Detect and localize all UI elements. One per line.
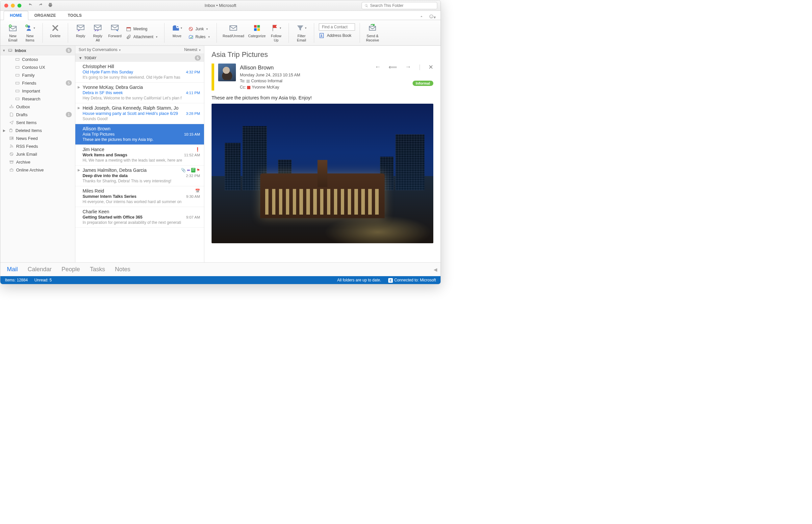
- categorize-button[interactable]: Categorize: [247, 21, 267, 44]
- folder-research[interactable]: Research: [0, 95, 75, 103]
- message-subject: Work Items and Swags: [83, 153, 127, 157]
- new-items-label: New Items: [26, 34, 35, 42]
- collapse-ribbon-icon[interactable]: [419, 14, 424, 20]
- svg-rect-11: [127, 27, 131, 28]
- rules-button[interactable]: Rules▾: [186, 33, 212, 40]
- folder-drafts[interactable]: Drafts1: [0, 111, 75, 118]
- attachment-button[interactable]: Attachment▾: [124, 33, 159, 40]
- sort-by-dropdown[interactable]: Sort by Conversations ▾: [79, 47, 121, 52]
- sender-avatar: [218, 64, 236, 81]
- message-indicators: 📅: [195, 189, 200, 193]
- message-item[interactable]: Charlie KeenGetting Started with Office …: [75, 207, 204, 228]
- svg-rect-26: [16, 90, 19, 92]
- trash-icon: [8, 128, 14, 133]
- zoom-window[interactable]: [17, 4, 21, 7]
- day-separator[interactable]: ▼ TODAY 5: [75, 54, 204, 62]
- new-items-button[interactable]: ▾ New Items: [22, 21, 38, 44]
- meeting-button[interactable]: Meeting: [124, 25, 159, 33]
- message-time: 4:32 PM: [186, 70, 200, 74]
- folder-label: Outbox: [16, 104, 30, 109]
- reply-all-nav-icon[interactable]: ⟸: [389, 64, 397, 71]
- nav-tasks[interactable]: Tasks: [90, 266, 105, 273]
- category-bar: [212, 64, 214, 91]
- message-preview: Sounds Good!: [83, 116, 200, 121]
- undo-icon[interactable]: [28, 2, 33, 9]
- nav-people[interactable]: People: [62, 266, 80, 273]
- tab-organize[interactable]: ORGANIZE: [28, 11, 62, 20]
- reply-button[interactable]: Reply: [73, 21, 88, 44]
- nav-notes[interactable]: Notes: [115, 266, 130, 273]
- folder-friends[interactable]: Friends5: [0, 79, 75, 87]
- collapse-nav-icon[interactable]: ◀: [434, 267, 437, 272]
- message-item[interactable]: ▶Heidi Joseph, Gina Kennedy, Ralph Stamm…: [75, 103, 204, 124]
- emoji-icon[interactable]: ▾: [429, 14, 436, 20]
- junk-button[interactable]: Junk▾: [186, 25, 212, 33]
- chevron-right-icon: ▶: [3, 129, 6, 132]
- folder-archive[interactable]: Archive: [0, 158, 75, 166]
- folder-important[interactable]: Important: [0, 87, 75, 95]
- close-message-icon[interactable]: ✕: [428, 64, 433, 71]
- tab-home[interactable]: HOME: [4, 11, 28, 20]
- chevron-down-icon: ▼: [2, 49, 5, 52]
- message-item[interactable]: Allison BrownAsia Trip Pictures10:15 AMT…: [75, 124, 204, 145]
- paperclip-icon: [126, 34, 131, 39]
- cc-value: Yvonne McKay: [252, 85, 279, 89]
- message-item[interactable]: Christopher HillOld Hyde Farm this Sunda…: [75, 62, 204, 83]
- svg-point-0: [430, 15, 433, 18]
- tab-tools[interactable]: TOOLS: [62, 11, 88, 20]
- close-window[interactable]: [4, 4, 8, 7]
- message-item[interactable]: Miles Reid📅Summer Intern Talks Series9:3…: [75, 186, 204, 207]
- read-unread-button[interactable]: Read/Unread: [221, 21, 246, 44]
- folder-outbox[interactable]: Outbox: [0, 103, 75, 111]
- send-receive-button[interactable]: Send & Receive: [365, 21, 380, 44]
- find-contact-input[interactable]: [319, 23, 355, 31]
- message-body-text: These are the pictures from my Asia trip…: [212, 95, 433, 100]
- message-image: [212, 104, 433, 243]
- forward-button[interactable]: Forward: [107, 21, 123, 44]
- svg-point-2: [432, 16, 432, 16]
- junk-label: Junk: [196, 27, 204, 31]
- follow-up-button[interactable]: ▾ Follow Up: [268, 21, 284, 44]
- message-item[interactable]: ▶James Halmilton, Debra Garcia📎⬅IT⚑Deep …: [75, 166, 204, 186]
- redo-icon[interactable]: [38, 2, 43, 9]
- folder-contoso-ux[interactable]: Contoso UX: [0, 63, 75, 71]
- reply-all-button[interactable]: Reply All: [90, 21, 106, 44]
- status-items: Items: 12884: [5, 278, 28, 282]
- folder-news[interactable]: News Feed: [0, 134, 75, 142]
- status-sync: All folders are up to date.: [337, 278, 381, 282]
- folder-rss[interactable]: RSS Feeds: [0, 142, 75, 150]
- main-content: ▼ Inbox 5 Contoso Contoso UX Family Frie…: [0, 46, 441, 262]
- print-icon[interactable]: [48, 2, 53, 9]
- minimize-window[interactable]: [11, 4, 15, 7]
- svg-rect-33: [10, 169, 13, 171]
- order-dropdown[interactable]: Newest ▾: [184, 47, 201, 52]
- message-sender: James Halmilton, Debra Garcia: [83, 167, 147, 173]
- rules-icon: [188, 34, 193, 39]
- nav-mail[interactable]: Mail: [7, 266, 18, 273]
- next-message-icon[interactable]: →: [405, 64, 411, 70]
- folder-deleted[interactable]: ▶Deleted Items: [0, 126, 75, 134]
- new-email-button[interactable]: New Email: [5, 21, 21, 44]
- send-receive-label: Send & Receive: [366, 34, 379, 42]
- move-button[interactable]: ▾ Move: [169, 21, 185, 44]
- delete-button[interactable]: Delete: [47, 21, 63, 44]
- search-input[interactable]: [370, 3, 434, 8]
- nav-calendar[interactable]: Calendar: [28, 266, 52, 273]
- search-folder[interactable]: [361, 2, 437, 9]
- folder-contoso[interactable]: Contoso: [0, 55, 75, 63]
- folder-online-archive[interactable]: Online Archive: [0, 166, 75, 174]
- folder-sent[interactable]: Sent Items: [0, 118, 75, 126]
- folder-family[interactable]: Family: [0, 71, 75, 79]
- message-item[interactable]: Jim Hance❗Work Items and Swags11:52 AMHi…: [75, 145, 204, 166]
- prev-message-icon[interactable]: ←: [375, 64, 380, 70]
- reading-pane: Asia Trip Pictures Allison Brown Monday …: [204, 46, 441, 262]
- filter-email-button[interactable]: ▾ Filter Email: [293, 21, 309, 44]
- message-item[interactable]: ▶Yvonne McKay, Debra GarciaDebra in SF t…: [75, 83, 204, 103]
- read-unread-label: Read/Unread: [223, 34, 244, 38]
- folder-junk[interactable]: Junk Email: [0, 150, 75, 158]
- category-tag[interactable]: Informal: [412, 81, 433, 86]
- address-book-button[interactable]: Address Book: [319, 33, 355, 38]
- reply-label: Reply: [76, 34, 85, 38]
- folder-inbox[interactable]: ▼ Inbox 5: [0, 46, 75, 55]
- message-time: 10:15 AM: [184, 132, 200, 136]
